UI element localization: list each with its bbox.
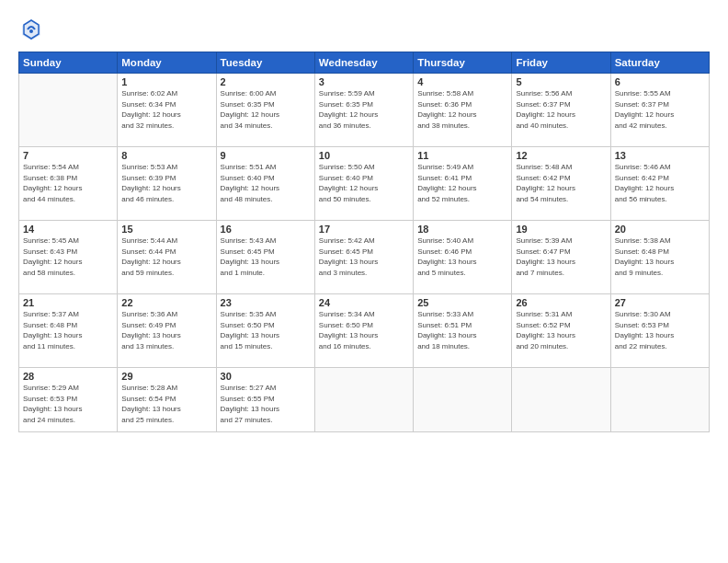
day-info: Sunrise: 5:37 AM Sunset: 6:48 PM Dayligh… xyxy=(23,309,113,351)
calendar-cell: 24Sunrise: 5:34 AM Sunset: 6:50 PM Dayli… xyxy=(314,294,413,368)
calendar-cell: 9Sunrise: 5:51 AM Sunset: 6:40 PM Daylig… xyxy=(216,147,314,221)
calendar-week-row: 21Sunrise: 5:37 AM Sunset: 6:48 PM Dayli… xyxy=(19,294,710,368)
day-number: 22 xyxy=(121,297,211,308)
calendar-cell xyxy=(414,368,512,432)
day-info: Sunrise: 5:33 AM Sunset: 6:51 PM Dayligh… xyxy=(417,309,507,351)
day-number: 18 xyxy=(417,224,507,235)
day-info: Sunrise: 5:49 AM Sunset: 6:41 PM Dayligh… xyxy=(417,162,507,204)
calendar-cell: 19Sunrise: 5:39 AM Sunset: 6:47 PM Dayli… xyxy=(512,221,610,294)
calendar-cell: 3Sunrise: 5:59 AM Sunset: 6:35 PM Daylig… xyxy=(314,74,413,147)
calendar-cell xyxy=(610,368,709,432)
calendar-cell: 7Sunrise: 5:54 AM Sunset: 6:38 PM Daylig… xyxy=(19,147,118,221)
calendar-cell: 16Sunrise: 5:43 AM Sunset: 6:45 PM Dayli… xyxy=(216,221,314,294)
svg-point-2 xyxy=(29,29,33,33)
page-header xyxy=(18,17,710,42)
day-info: Sunrise: 6:02 AM Sunset: 6:34 PM Dayligh… xyxy=(121,88,211,131)
day-info: Sunrise: 5:34 AM Sunset: 6:50 PM Dayligh… xyxy=(319,309,409,351)
calendar-cell: 15Sunrise: 5:44 AM Sunset: 6:44 PM Dayli… xyxy=(118,221,216,294)
calendar-cell: 2Sunrise: 6:00 AM Sunset: 6:35 PM Daylig… xyxy=(216,74,314,147)
calendar-cell: 29Sunrise: 5:28 AM Sunset: 6:54 PM Dayli… xyxy=(118,368,216,432)
day-info: Sunrise: 5:35 AM Sunset: 6:50 PM Dayligh… xyxy=(221,309,311,351)
day-info: Sunrise: 5:51 AM Sunset: 6:40 PM Dayligh… xyxy=(221,162,311,204)
day-info: Sunrise: 5:31 AM Sunset: 6:52 PM Dayligh… xyxy=(516,309,606,351)
calendar-cell: 20Sunrise: 5:38 AM Sunset: 6:48 PM Dayli… xyxy=(610,221,709,294)
day-number: 12 xyxy=(516,150,606,161)
day-info: Sunrise: 5:54 AM Sunset: 6:38 PM Dayligh… xyxy=(23,162,113,204)
weekday-header-tuesday: Tuesday xyxy=(216,52,314,74)
day-number: 20 xyxy=(615,224,705,235)
calendar-cell: 23Sunrise: 5:35 AM Sunset: 6:50 PM Dayli… xyxy=(216,294,314,368)
calendar-cell xyxy=(314,368,413,432)
calendar-page: SundayMondayTuesdayWednesdayThursdayFrid… xyxy=(0,0,728,563)
day-number: 5 xyxy=(516,76,606,87)
calendar-cell: 5Sunrise: 5:56 AM Sunset: 6:37 PM Daylig… xyxy=(512,74,610,147)
day-number: 17 xyxy=(319,224,409,235)
calendar-cell: 1Sunrise: 6:02 AM Sunset: 6:34 PM Daylig… xyxy=(118,74,216,147)
weekday-header-wednesday: Wednesday xyxy=(314,52,413,74)
day-number: 13 xyxy=(615,150,705,161)
day-number: 24 xyxy=(319,297,409,308)
calendar-cell: 22Sunrise: 5:36 AM Sunset: 6:49 PM Dayli… xyxy=(118,294,216,368)
calendar-cell: 25Sunrise: 5:33 AM Sunset: 6:51 PM Dayli… xyxy=(414,294,512,368)
day-info: Sunrise: 5:44 AM Sunset: 6:44 PM Dayligh… xyxy=(121,236,211,278)
day-info: Sunrise: 5:58 AM Sunset: 6:36 PM Dayligh… xyxy=(417,88,507,131)
day-info: Sunrise: 5:30 AM Sunset: 6:53 PM Dayligh… xyxy=(615,309,705,351)
logo xyxy=(18,17,48,42)
day-info: Sunrise: 5:48 AM Sunset: 6:42 PM Dayligh… xyxy=(516,162,606,204)
day-number: 27 xyxy=(615,297,705,308)
day-number: 4 xyxy=(417,76,507,87)
calendar-cell xyxy=(19,74,118,147)
day-number: 11 xyxy=(417,150,507,161)
day-number: 9 xyxy=(221,150,311,161)
day-number: 8 xyxy=(121,150,211,161)
calendar-cell: 30Sunrise: 5:27 AM Sunset: 6:55 PM Dayli… xyxy=(216,368,314,432)
day-info: Sunrise: 5:39 AM Sunset: 6:47 PM Dayligh… xyxy=(516,236,606,278)
day-number: 30 xyxy=(221,371,311,382)
calendar-cell: 6Sunrise: 5:55 AM Sunset: 6:37 PM Daylig… xyxy=(610,74,709,147)
day-number: 29 xyxy=(121,371,211,382)
calendar-cell: 11Sunrise: 5:49 AM Sunset: 6:41 PM Dayli… xyxy=(414,147,512,221)
calendar-cell: 17Sunrise: 5:42 AM Sunset: 6:45 PM Dayli… xyxy=(314,221,413,294)
day-info: Sunrise: 5:55 AM Sunset: 6:37 PM Dayligh… xyxy=(615,88,705,131)
day-number: 19 xyxy=(516,224,606,235)
day-number: 3 xyxy=(319,76,409,87)
day-number: 14 xyxy=(23,224,113,235)
day-info: Sunrise: 5:28 AM Sunset: 6:54 PM Dayligh… xyxy=(121,383,211,425)
day-info: Sunrise: 5:40 AM Sunset: 6:46 PM Dayligh… xyxy=(417,236,507,278)
day-info: Sunrise: 5:29 AM Sunset: 6:53 PM Dayligh… xyxy=(23,383,113,425)
calendar-week-row: 7Sunrise: 5:54 AM Sunset: 6:38 PM Daylig… xyxy=(19,147,710,221)
calendar-cell: 12Sunrise: 5:48 AM Sunset: 6:42 PM Dayli… xyxy=(512,147,610,221)
day-number: 7 xyxy=(23,150,113,161)
calendar-cell: 8Sunrise: 5:53 AM Sunset: 6:39 PM Daylig… xyxy=(118,147,216,221)
day-number: 28 xyxy=(23,371,113,382)
calendar-week-row: 14Sunrise: 5:45 AM Sunset: 6:43 PM Dayli… xyxy=(19,221,710,294)
calendar-cell: 28Sunrise: 5:29 AM Sunset: 6:53 PM Dayli… xyxy=(19,368,118,432)
day-number: 15 xyxy=(121,224,211,235)
day-info: Sunrise: 5:56 AM Sunset: 6:37 PM Dayligh… xyxy=(516,88,606,131)
day-info: Sunrise: 5:38 AM Sunset: 6:48 PM Dayligh… xyxy=(615,236,705,278)
calendar-cell: 14Sunrise: 5:45 AM Sunset: 6:43 PM Dayli… xyxy=(19,221,118,294)
day-info: Sunrise: 5:53 AM Sunset: 6:39 PM Dayligh… xyxy=(121,162,211,204)
day-number: 21 xyxy=(23,297,113,308)
calendar-cell: 27Sunrise: 5:30 AM Sunset: 6:53 PM Dayli… xyxy=(610,294,709,368)
calendar-cell xyxy=(512,368,610,432)
day-number: 1 xyxy=(121,76,211,87)
logo-icon xyxy=(18,17,44,42)
calendar-cell: 26Sunrise: 5:31 AM Sunset: 6:52 PM Dayli… xyxy=(512,294,610,368)
calendar-cell: 21Sunrise: 5:37 AM Sunset: 6:48 PM Dayli… xyxy=(19,294,118,368)
weekday-header-row: SundayMondayTuesdayWednesdayThursdayFrid… xyxy=(19,52,710,74)
day-info: Sunrise: 5:45 AM Sunset: 6:43 PM Dayligh… xyxy=(23,236,113,278)
day-number: 16 xyxy=(221,224,311,235)
day-info: Sunrise: 5:42 AM Sunset: 6:45 PM Dayligh… xyxy=(319,236,409,278)
day-info: Sunrise: 6:00 AM Sunset: 6:35 PM Dayligh… xyxy=(221,88,311,131)
weekday-header-saturday: Saturday xyxy=(610,52,709,74)
day-number: 6 xyxy=(615,76,705,87)
calendar-table: SundayMondayTuesdayWednesdayThursdayFrid… xyxy=(18,52,710,432)
day-number: 25 xyxy=(417,297,507,308)
day-info: Sunrise: 5:46 AM Sunset: 6:42 PM Dayligh… xyxy=(615,162,705,204)
day-info: Sunrise: 5:59 AM Sunset: 6:35 PM Dayligh… xyxy=(319,88,409,131)
weekday-header-monday: Monday xyxy=(118,52,216,74)
calendar-week-row: 28Sunrise: 5:29 AM Sunset: 6:53 PM Dayli… xyxy=(19,368,710,432)
calendar-cell: 10Sunrise: 5:50 AM Sunset: 6:40 PM Dayli… xyxy=(314,147,413,221)
day-info: Sunrise: 5:36 AM Sunset: 6:49 PM Dayligh… xyxy=(121,309,211,351)
